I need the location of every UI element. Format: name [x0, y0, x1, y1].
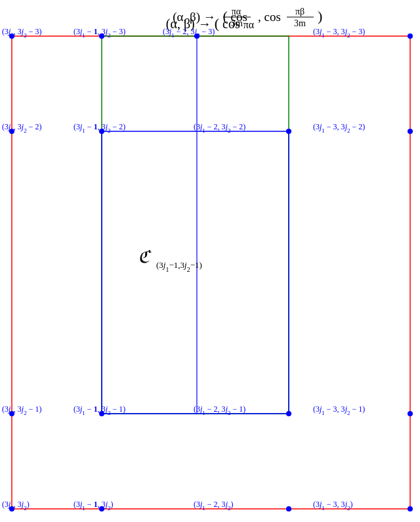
- svg-rect-12: [102, 131, 289, 414]
- svg-point-25: [408, 411, 413, 416]
- svg-point-29: [408, 506, 413, 511]
- page: (α, β) → ( cos πα (α, β) → ( cos πα 3m ,…: [0, 0, 420, 522]
- svg-text:(3j1, 3j2 − 1): (3j1, 3j2 − 1): [2, 404, 41, 416]
- svg-text:3m: 3m: [294, 18, 306, 28]
- svg-text:(3j1, 3j2): (3j1, 3j2): [2, 500, 30, 511]
- svg-text:(3j1 − 2, 3j2 − 3): (3j1 − 2, 3j2 − 3): [163, 27, 215, 39]
- svg-text:ℭ: ℭ: [138, 248, 152, 267]
- svg-text:πβ: πβ: [295, 7, 304, 16]
- svg-text:(3j1 − 3, 3j2 − 2): (3j1 − 3, 3j2 − 2): [313, 122, 365, 134]
- svg-point-21: [408, 129, 413, 134]
- svg-rect-10: [12, 36, 410, 509]
- svg-text:πα: πα: [232, 7, 242, 16]
- svg-text:(3j1 − 1, 3j2): (3j1 − 1, 3j2): [74, 500, 113, 511]
- svg-point-17: [408, 33, 413, 39]
- svg-text:(3j1 − 3, 3j2): (3j1 − 3, 3j2): [313, 500, 352, 511]
- svg-point-28: [286, 506, 291, 511]
- svg-text:3m: 3m: [231, 18, 243, 28]
- svg-text:(3j1 − 2, 3j2): (3j1 − 2, 3j2): [194, 500, 233, 511]
- svg-point-20: [286, 129, 291, 134]
- svg-text:(3j1−1,3j2−1): (3j1−1,3j2−1): [156, 260, 202, 273]
- svg-text:(3j1 − 2, 3j2 − 2): (3j1 − 2, 3j2 − 2): [194, 122, 245, 134]
- svg-text:(3j1 − 3, 3j2 − 3): (3j1 − 3, 3j2 − 3): [313, 27, 365, 39]
- svg-point-24: [286, 411, 291, 416]
- svg-rect-11: [102, 36, 289, 414]
- svg-text:): ): [318, 8, 322, 24]
- svg-text:(3j1 − 2, 3j2 − 1): (3j1 − 2, 3j2 − 1): [194, 404, 245, 416]
- svg-text:(3j1, 3j2 − 3): (3j1, 3j2 − 3): [2, 27, 41, 39]
- diagram-svg: (α, β) → ( cos πα 3m , cos πβ 3m ): [0, 0, 420, 522]
- svg-text:(3j1, 3j2 − 2): (3j1, 3j2 − 2): [2, 122, 41, 134]
- svg-text:, cos: , cos: [258, 10, 281, 24]
- svg-text:(3j1 − 3, 3j2 − 1): (3j1 − 3, 3j2 − 1): [313, 404, 365, 416]
